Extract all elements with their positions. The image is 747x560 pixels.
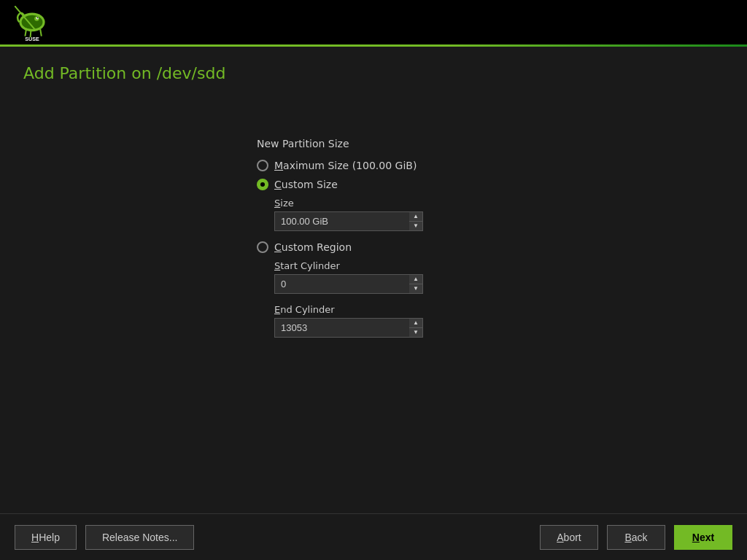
custom-size-radio[interactable]	[257, 179, 268, 190]
maximum-size-radio[interactable]	[257, 160, 268, 171]
maximum-size-label: Maximum Size (100.00 GiB)	[274, 160, 417, 171]
abort-button[interactable]: Abort	[540, 525, 598, 550]
custom-region-label: Custom Region	[274, 241, 352, 253]
page-title-area: Add Partition on /dev/sdd	[0, 47, 747, 94]
size-increment-button[interactable]: ▲	[409, 212, 422, 222]
section-label: New Partition Size	[257, 138, 490, 149]
maximum-size-option[interactable]: Maximum Size (100.00 GiB)	[257, 160, 490, 171]
svg-text:SUSE: SUSE	[25, 36, 39, 41]
start-cylinder-decrement-button[interactable]: ▼	[409, 284, 422, 293]
end-cylinder-increment-button[interactable]: ▲	[409, 319, 422, 328]
svg-line-8	[40, 29, 42, 36]
end-cylinder-spinbox[interactable]: ▲ ▼	[274, 318, 365, 338]
size-decrement-button[interactable]: ▼	[409, 222, 422, 230]
custom-region-option[interactable]: Custom Region	[257, 241, 490, 253]
suse-chameleon-icon: SUSE	[15, 6, 50, 41]
custom-region-subsection: Start Cylinder ▲ ▼ End Cylinder ▲ ▼	[257, 260, 490, 338]
start-cylinder-spinbox[interactable]: ▲ ▼	[274, 274, 365, 294]
size-spinbox[interactable]: ▲ ▼	[274, 211, 365, 231]
footer: HHelp Release Notes... Abort Back Next	[0, 513, 747, 560]
footer-left: HHelp Release Notes...	[15, 525, 194, 550]
custom-size-subsection: Size ▲ ▼	[257, 198, 490, 231]
release-notes-button[interactable]: Release Notes...	[85, 525, 195, 550]
custom-size-option[interactable]: Custom Size	[257, 179, 490, 190]
page-title: Add Partition on /dev/sdd	[23, 64, 724, 82]
size-input[interactable]	[274, 211, 409, 231]
start-cylinder-increment-button[interactable]: ▲	[409, 275, 422, 284]
size-field-label: Size	[274, 198, 490, 209]
end-cylinder-decrement-button[interactable]: ▼	[409, 328, 422, 337]
partition-form: New Partition Size Maximum Size (100.00 …	[257, 138, 490, 348]
help-button[interactable]: HHelp	[15, 525, 77, 550]
next-button[interactable]: Next	[674, 525, 732, 550]
footer-right: Abort Back Next	[540, 525, 732, 550]
size-spinbox-buttons: ▲ ▼	[409, 211, 423, 231]
start-cylinder-label: Start Cylinder	[274, 260, 490, 271]
custom-size-label: Custom Size	[274, 179, 338, 190]
maximum-size-label-text: aximum Size (100.00 GiB)	[283, 160, 417, 171]
back-button[interactable]: Back	[607, 525, 665, 550]
header: SUSE	[0, 0, 747, 47]
svg-point-4	[37, 18, 39, 19]
end-cylinder-input[interactable]	[274, 318, 409, 338]
main-content: New Partition Size Maximum Size (100.00 …	[0, 94, 747, 513]
end-cylinder-label: End Cylinder	[274, 304, 490, 315]
suse-logo: SUSE	[15, 6, 50, 41]
start-cylinder-input[interactable]	[274, 274, 409, 294]
custom-region-radio[interactable]	[257, 241, 268, 253]
end-cylinder-buttons: ▲ ▼	[409, 318, 423, 338]
svg-line-5	[25, 29, 26, 36]
start-cylinder-buttons: ▲ ▼	[409, 274, 423, 294]
